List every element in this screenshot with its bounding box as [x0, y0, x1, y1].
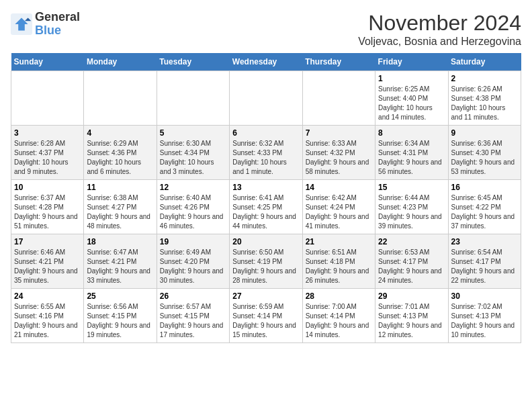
day-info: Sunrise: 6:59 AM Sunset: 4:14 PM Dayligh… [232, 302, 299, 340]
day-info: Sunrise: 6:49 AM Sunset: 4:20 PM Dayligh… [160, 248, 226, 285]
day-info: Sunrise: 6:29 AM Sunset: 4:36 PM Dayligh… [87, 139, 153, 177]
calendar-cell: 27Sunrise: 6:59 AM Sunset: 4:14 PM Dayli… [230, 289, 302, 343]
day-number: 19 [160, 237, 226, 246]
weekday-header-friday: Friday [375, 53, 448, 71]
calendar-cell: 3Sunrise: 6:28 AM Sunset: 4:37 PM Daylig… [11, 126, 84, 180]
month-title: November 2024 [358, 11, 521, 36]
calendar-week-5: 24Sunrise: 6:55 AM Sunset: 4:16 PM Dayli… [11, 289, 521, 343]
calendar-week-4: 17Sunrise: 6:46 AM Sunset: 4:21 PM Dayli… [11, 234, 521, 289]
calendar-cell: 9Sunrise: 6:36 AM Sunset: 4:30 PM Daylig… [448, 126, 521, 180]
calendar-cell: 18Sunrise: 6:47 AM Sunset: 4:21 PM Dayli… [84, 234, 157, 289]
day-number: 28 [306, 291, 372, 301]
calendar-cell: 12Sunrise: 6:40 AM Sunset: 4:26 PM Dayli… [157, 180, 229, 234]
weekday-header-thursday: Thursday [302, 53, 375, 71]
day-info: Sunrise: 7:02 AM Sunset: 4:13 PM Dayligh… [451, 302, 518, 340]
day-number: 9 [451, 128, 518, 138]
calendar-cell: 25Sunrise: 6:56 AM Sunset: 4:15 PM Dayli… [84, 289, 157, 343]
day-info: Sunrise: 6:56 AM Sunset: 4:15 PM Dayligh… [87, 302, 153, 340]
day-number: 18 [87, 237, 153, 246]
calendar-cell: 1Sunrise: 6:25 AM Sunset: 4:40 PM Daylig… [375, 71, 448, 126]
day-number: 14 [306, 183, 372, 192]
calendar-cell: 16Sunrise: 6:45 AM Sunset: 4:22 PM Dayli… [448, 180, 521, 234]
calendar-cell: 26Sunrise: 6:57 AM Sunset: 4:15 PM Dayli… [157, 289, 229, 343]
day-info: Sunrise: 6:32 AM Sunset: 4:33 PM Dayligh… [232, 139, 299, 177]
weekday-header-wednesday: Wednesday [230, 53, 302, 71]
calendar-cell [157, 71, 229, 126]
day-info: Sunrise: 6:53 AM Sunset: 4:17 PM Dayligh… [378, 248, 445, 285]
calendar-table: SundayMondayTuesdayWednesdayThursdayFrid… [11, 53, 521, 343]
day-number: 2 [451, 74, 518, 83]
day-info: Sunrise: 6:25 AM Sunset: 4:40 PM Dayligh… [378, 85, 445, 122]
day-info: Sunrise: 6:55 AM Sunset: 4:16 PM Dayligh… [14, 302, 81, 340]
day-info: Sunrise: 6:40 AM Sunset: 4:26 PM Dayligh… [160, 193, 226, 231]
day-info: Sunrise: 7:00 AM Sunset: 4:14 PM Dayligh… [306, 302, 372, 340]
day-number: 22 [378, 237, 445, 246]
day-number: 6 [232, 128, 299, 138]
day-info: Sunrise: 6:33 AM Sunset: 4:32 PM Dayligh… [306, 139, 372, 177]
weekday-header-monday: Monday [84, 53, 157, 71]
day-number: 27 [232, 291, 299, 301]
calendar-cell [302, 71, 375, 126]
calendar-cell: 19Sunrise: 6:49 AM Sunset: 4:20 PM Dayli… [157, 234, 229, 289]
logo: General Blue [11, 11, 80, 38]
day-number: 4 [87, 128, 153, 138]
day-number: 17 [14, 237, 81, 246]
calendar-cell: 15Sunrise: 6:44 AM Sunset: 4:23 PM Dayli… [375, 180, 448, 234]
day-info: Sunrise: 6:50 AM Sunset: 4:19 PM Dayligh… [232, 248, 299, 285]
day-number: 11 [87, 183, 153, 192]
day-info: Sunrise: 6:38 AM Sunset: 4:27 PM Dayligh… [87, 193, 153, 231]
day-number: 23 [451, 237, 518, 246]
calendar-cell: 22Sunrise: 6:53 AM Sunset: 4:17 PM Dayli… [375, 234, 448, 289]
day-number: 15 [378, 183, 445, 192]
weekday-header-sunday: Sunday [11, 53, 84, 71]
day-info: Sunrise: 6:41 AM Sunset: 4:25 PM Dayligh… [232, 193, 299, 231]
calendar-cell: 4Sunrise: 6:29 AM Sunset: 4:36 PM Daylig… [84, 126, 157, 180]
day-number: 13 [232, 183, 299, 192]
logo-icon [11, 13, 32, 35]
day-info: Sunrise: 6:47 AM Sunset: 4:21 PM Dayligh… [87, 248, 153, 285]
day-info: Sunrise: 6:46 AM Sunset: 4:21 PM Dayligh… [14, 248, 81, 285]
page-header: General Blue November 2024 Voljevac, Bos… [11, 11, 521, 48]
day-info: Sunrise: 6:34 AM Sunset: 4:31 PM Dayligh… [378, 139, 445, 177]
day-number: 24 [14, 291, 81, 301]
calendar-cell: 11Sunrise: 6:38 AM Sunset: 4:27 PM Dayli… [84, 180, 157, 234]
day-number: 29 [378, 291, 445, 301]
day-number: 25 [87, 291, 153, 301]
calendar-week-1: 1Sunrise: 6:25 AM Sunset: 4:40 PM Daylig… [11, 71, 521, 126]
day-number: 30 [451, 291, 518, 301]
calendar-cell: 5Sunrise: 6:30 AM Sunset: 4:34 PM Daylig… [157, 126, 229, 180]
day-number: 1 [378, 74, 445, 83]
day-info: Sunrise: 6:44 AM Sunset: 4:23 PM Dayligh… [378, 193, 445, 231]
day-number: 5 [160, 128, 226, 138]
day-info: Sunrise: 6:28 AM Sunset: 4:37 PM Dayligh… [14, 139, 81, 177]
day-number: 7 [306, 128, 372, 138]
day-number: 12 [160, 183, 226, 192]
calendar-cell: 28Sunrise: 7:00 AM Sunset: 4:14 PM Dayli… [302, 289, 375, 343]
calendar-cell: 13Sunrise: 6:41 AM Sunset: 4:25 PM Dayli… [230, 180, 302, 234]
calendar-cell [230, 71, 302, 126]
logo-text: General Blue [35, 11, 80, 38]
day-number: 8 [378, 128, 445, 138]
day-number: 3 [14, 128, 81, 138]
calendar-week-2: 3Sunrise: 6:28 AM Sunset: 4:37 PM Daylig… [11, 126, 521, 180]
calendar-cell: 7Sunrise: 6:33 AM Sunset: 4:32 PM Daylig… [302, 126, 375, 180]
day-info: Sunrise: 7:01 AM Sunset: 4:13 PM Dayligh… [378, 302, 445, 340]
calendar-cell: 20Sunrise: 6:50 AM Sunset: 4:19 PM Dayli… [230, 234, 302, 289]
day-number: 10 [14, 183, 81, 192]
title-block: November 2024 Voljevac, Bosnia and Herze… [358, 11, 521, 48]
calendar-cell: 29Sunrise: 7:01 AM Sunset: 4:13 PM Dayli… [375, 289, 448, 343]
day-number: 26 [160, 291, 226, 301]
day-info: Sunrise: 6:26 AM Sunset: 4:38 PM Dayligh… [451, 85, 518, 122]
calendar-cell: 6Sunrise: 6:32 AM Sunset: 4:33 PM Daylig… [230, 126, 302, 180]
day-info: Sunrise: 6:51 AM Sunset: 4:18 PM Dayligh… [306, 248, 372, 285]
calendar-cell: 14Sunrise: 6:42 AM Sunset: 4:24 PM Dayli… [302, 180, 375, 234]
day-info: Sunrise: 6:54 AM Sunset: 4:17 PM Dayligh… [451, 248, 518, 285]
calendar-cell: 30Sunrise: 7:02 AM Sunset: 4:13 PM Dayli… [448, 289, 521, 343]
calendar-cell: 24Sunrise: 6:55 AM Sunset: 4:16 PM Dayli… [11, 289, 84, 343]
day-info: Sunrise: 6:45 AM Sunset: 4:22 PM Dayligh… [451, 193, 518, 231]
calendar-cell: 23Sunrise: 6:54 AM Sunset: 4:17 PM Dayli… [448, 234, 521, 289]
day-number: 20 [232, 237, 299, 246]
weekday-header-row: SundayMondayTuesdayWednesdayThursdayFrid… [11, 53, 521, 71]
weekday-header-saturday: Saturday [448, 53, 521, 71]
calendar-cell: 2Sunrise: 6:26 AM Sunset: 4:38 PM Daylig… [448, 71, 521, 126]
